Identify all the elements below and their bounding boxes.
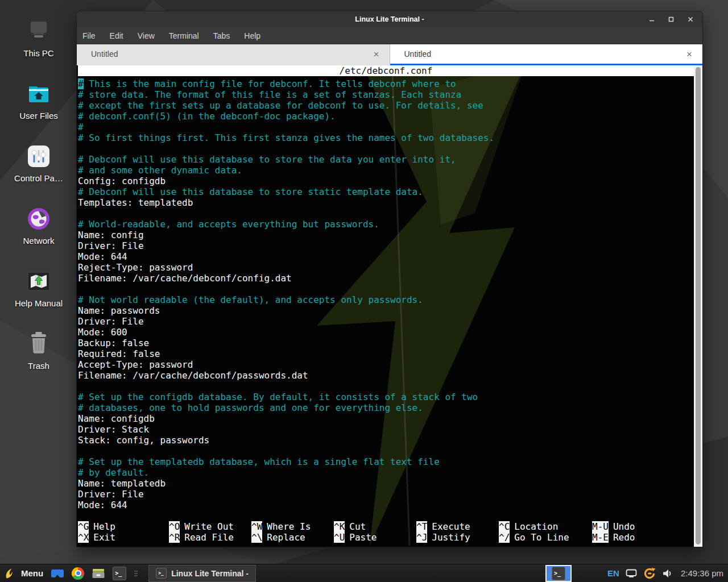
terminal-icon: >_	[156, 568, 167, 579]
nano-line	[78, 143, 694, 154]
nano-line: Name: passwords	[78, 305, 694, 316]
nano-line: Filename: /var/cache/debconf/config.dat	[78, 273, 694, 284]
taskbar-left: Menu >_ >_ Linux Lite Terminal	[0, 565, 256, 582]
menu-help[interactable]: Help	[244, 31, 260, 40]
menu-tabs[interactable]: Tabs	[213, 31, 230, 40]
shortcut-label: Redo	[613, 532, 635, 543]
nano-line: # databases, one to hold passwords and o…	[78, 402, 694, 413]
close-button[interactable]	[686, 15, 694, 23]
nano-shortcut-column: ^TExecute^JJustify	[416, 521, 470, 543]
this-pc-icon	[26, 18, 52, 44]
folder-home-icon	[26, 81, 52, 107]
terminal-view[interactable]: GNU nano 7.2 /etc/debconf.conf # This is…	[77, 65, 702, 547]
update-manager-icon[interactable]	[643, 567, 656, 580]
desktop-icon-trash[interactable]: Trash	[0, 327, 77, 390]
shortcut-label: Exit	[93, 532, 115, 543]
nano-shortcut-column: M-UUndoM-ERedo	[592, 521, 635, 543]
shortcut-key: ^G	[78, 521, 89, 532]
nano-lines[interactable]: # This is the main config file for debco…	[78, 78, 694, 510]
nano-line: # Set up the templatedb database, which …	[78, 456, 694, 467]
shortcut-key: ^T	[416, 521, 427, 532]
nano-line: Config: configdb	[78, 176, 694, 186]
nano-line: Driver: File	[78, 489, 694, 500]
scrollbar-thumb[interactable]	[696, 67, 701, 544]
desktop-icon-control-panel[interactable]: Control Pa…	[0, 140, 77, 202]
menu-view[interactable]: View	[138, 31, 155, 40]
shortcut-label: Replace	[267, 532, 305, 543]
nano-line: Driver: Stack	[78, 424, 694, 435]
shortcut-label: Go To Line	[514, 532, 569, 543]
task-button-terminal[interactable]: >_ Linux Lite Terminal -	[148, 565, 256, 582]
nano-editor[interactable]: GNU nano 7.2 /etc/debconf.conf # This is…	[77, 65, 694, 547]
menu-file[interactable]: File	[82, 31, 96, 40]
nano-line: Name: configdb	[78, 413, 694, 424]
linux-lite-logo-icon[interactable]	[5, 568, 14, 579]
nano-line	[78, 446, 694, 456]
nano-line: # Debconf will use this database to stor…	[78, 186, 694, 197]
minimize-button[interactable]	[648, 15, 656, 23]
tab-untitled-2[interactable]: Untitled ×	[390, 44, 703, 65]
file-manager-icon[interactable]	[92, 568, 105, 579]
shortcut-key: M-U	[592, 521, 609, 532]
manual-book-icon	[26, 268, 51, 294]
desktop-icon-this-pc[interactable]: This PC	[0, 15, 77, 77]
display-tray-icon[interactable]	[626, 569, 637, 577]
window-titlebar[interactable]: Linux Lite Terminal -	[77, 11, 702, 27]
nano-line: Templates: templatedb	[78, 197, 694, 208]
nano-cursor: #	[78, 78, 84, 89]
window-controls	[648, 11, 694, 27]
nano-line: Mode: 600	[78, 327, 694, 338]
terminal-scrollbar[interactable]	[694, 65, 702, 547]
nano-line: #	[78, 122, 694, 132]
shortcut-key: ^K	[334, 521, 345, 532]
nano-line: Mode: 644	[78, 500, 694, 510]
desktop-icon-label: Trash	[28, 361, 49, 371]
menu-bar: File Edit View Terminal Tabs Help	[77, 27, 702, 44]
nano-line: # Set up the configdb database. By defau…	[78, 392, 694, 402]
desktop-icon-label: User Files	[19, 111, 58, 120]
nano-line	[78, 381, 694, 392]
shortcut-label: Help	[93, 521, 115, 532]
shortcut-label: Execute	[432, 521, 470, 532]
workspace-icon[interactable]	[51, 568, 64, 579]
shortcut-key: ^X	[78, 532, 89, 543]
nano-titlebar: GNU nano 7.2 /etc/debconf.conf	[78, 65, 694, 76]
terminal-window: Linux Lite Terminal - File Edit View Ter…	[77, 11, 702, 547]
nano-line: Stack: config, passwords	[78, 435, 694, 446]
start-menu-button[interactable]: Menu	[21, 568, 43, 578]
menu-terminal[interactable]: Terminal	[169, 31, 199, 40]
desktop-icon-user-files[interactable]: User Files	[0, 77, 77, 140]
nano-line: # World-readable, and accepts everything…	[78, 219, 694, 230]
sliders-icon	[26, 143, 51, 169]
desktop-icon-label: Help Manual	[15, 298, 63, 308]
shortcut-label: Write Out	[184, 521, 234, 532]
shortcut-label: Read File	[184, 532, 234, 543]
tab-close-icon[interactable]: ×	[374, 49, 379, 59]
tray-terminal-highlight[interactable]: >_	[545, 565, 572, 582]
menu-edit[interactable]: Edit	[110, 31, 123, 40]
maximize-button[interactable]	[667, 15, 675, 23]
shortcut-key: ^\	[251, 532, 262, 543]
chrome-browser-icon[interactable]	[72, 567, 84, 580]
terminal-launcher-icon[interactable]: >_	[113, 567, 126, 580]
nano-line: # Not world readable (the default), and …	[78, 294, 694, 305]
nano-filename: /etc/debconf.conf	[78, 65, 694, 76]
tab-close-icon[interactable]: ×	[686, 49, 692, 59]
shortcut-label: Undo	[613, 521, 635, 532]
nano-line: # by default.	[78, 467, 694, 478]
nano-line: # debconf.conf(5) (in the debconf-doc pa…	[78, 111, 694, 122]
desktop-icon-help-manual[interactable]: Help Manual	[0, 265, 77, 327]
nano-shortcut-column: ^CLocation^/Go To Line	[499, 521, 569, 543]
shortcut-label: Where Is	[267, 521, 311, 532]
volume-icon[interactable]	[662, 569, 672, 578]
trash-icon	[27, 331, 50, 357]
clock[interactable]: 2:49:36 pm	[679, 568, 723, 578]
shortcut-key: ^C	[499, 521, 510, 532]
tab-untitled-1[interactable]: Untitled ×	[77, 44, 390, 65]
taskbar-separator	[134, 567, 138, 580]
terminal-icon: >_	[552, 567, 565, 580]
language-indicator[interactable]: EN	[607, 568, 619, 578]
nano-shortcut-column: ^KCut^UPaste	[334, 521, 377, 543]
desktop-icon-label: This PC	[23, 48, 53, 58]
desktop-icon-network[interactable]: Network	[0, 202, 77, 265]
